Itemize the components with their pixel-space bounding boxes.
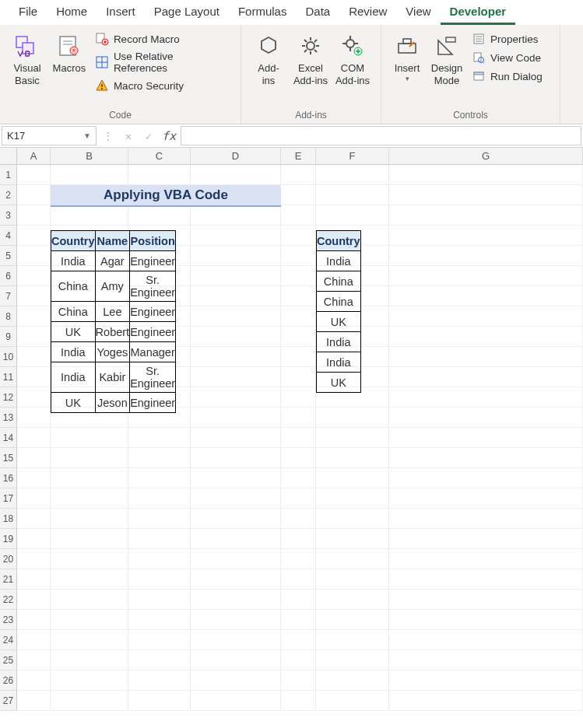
row-header-5[interactable]: 5 (0, 246, 17, 266)
cell[interactable] (191, 549, 281, 569)
table-cell[interactable]: India (317, 352, 361, 373)
cell[interactable] (17, 590, 51, 610)
cell[interactable] (51, 610, 128, 630)
cell[interactable] (191, 610, 281, 630)
table-header[interactable]: Name (95, 231, 130, 251)
cell[interactable] (281, 306, 316, 327)
cell[interactable] (51, 165, 128, 185)
cell[interactable] (281, 185, 316, 205)
table-cell[interactable]: Sr. Engineer (130, 271, 176, 302)
cell[interactable] (191, 670, 281, 691)
cell[interactable] (281, 367, 316, 387)
cell[interactable] (281, 408, 316, 428)
table-cell[interactable]: China (51, 271, 96, 302)
row-header-12[interactable]: 12 (0, 387, 17, 408)
tab-page-layout[interactable]: Page Layout (145, 0, 229, 25)
cell[interactable] (316, 408, 389, 428)
cell[interactable] (389, 529, 583, 549)
cell[interactable] (389, 347, 583, 367)
table-cell[interactable]: UK (317, 373, 361, 393)
cell[interactable] (316, 650, 389, 670)
cell[interactable] (191, 569, 281, 590)
cell[interactable] (191, 347, 281, 367)
row-header-19[interactable]: 19 (0, 529, 17, 549)
cell[interactable] (389, 428, 583, 448)
cell[interactable] (128, 509, 191, 529)
cell[interactable] (316, 549, 389, 569)
cell[interactable] (17, 327, 51, 347)
cell[interactable] (281, 468, 316, 488)
row-header-9[interactable]: 9 (0, 327, 17, 347)
cell[interactable] (128, 165, 191, 185)
cell[interactable] (281, 670, 316, 691)
cell[interactable] (128, 650, 191, 670)
cell[interactable] (17, 488, 51, 509)
cell[interactable] (389, 408, 583, 428)
row-header-3[interactable]: 3 (0, 205, 17, 226)
cell[interactable] (281, 347, 316, 367)
cell[interactable] (281, 286, 316, 306)
table-cell[interactable]: UK (317, 312, 361, 332)
cell[interactable] (17, 226, 51, 246)
cell[interactable] (191, 266, 281, 286)
cell[interactable] (128, 205, 191, 226)
row-header-13[interactable]: 13 (0, 408, 17, 428)
table-cell[interactable]: Manager (130, 342, 176, 362)
cell[interactable] (128, 428, 191, 448)
cell[interactable] (316, 185, 389, 205)
record-macro-button[interactable]: Record Macro (93, 31, 231, 47)
cell[interactable] (128, 488, 191, 509)
cell[interactable] (191, 488, 281, 509)
cell[interactable] (316, 630, 389, 650)
cell[interactable] (389, 327, 583, 347)
cell[interactable] (51, 488, 128, 509)
tab-home[interactable]: Home (47, 0, 97, 25)
select-all-corner[interactable] (0, 148, 17, 164)
cell[interactable] (316, 468, 389, 488)
properties-button[interactable]: Properties (470, 31, 544, 47)
cell[interactable] (281, 590, 316, 610)
cell[interactable] (389, 488, 583, 509)
row-header-14[interactable]: 14 (0, 428, 17, 448)
row-header-1[interactable]: 1 (0, 165, 17, 185)
row-header-25[interactable]: 25 (0, 650, 17, 670)
tab-insert[interactable]: Insert (97, 0, 145, 25)
cell[interactable] (389, 691, 583, 711)
row-header-17[interactable]: 17 (0, 488, 17, 509)
cell[interactable] (128, 569, 191, 590)
table-cell[interactable]: Yoges (95, 342, 130, 362)
column-header-A[interactable]: A (17, 148, 51, 164)
cell[interactable] (191, 590, 281, 610)
cell[interactable] (191, 165, 281, 185)
cancel-icon[interactable]: ✕ (118, 124, 139, 147)
cell[interactable] (128, 691, 191, 711)
row-header-4[interactable]: 4 (0, 226, 17, 246)
row-header-18[interactable]: 18 (0, 509, 17, 529)
cell[interactable] (389, 630, 583, 650)
table-header[interactable]: Country (317, 231, 361, 251)
cell[interactable] (316, 205, 389, 226)
cell[interactable] (316, 488, 389, 509)
cell[interactable] (389, 306, 583, 327)
cell[interactable] (281, 569, 316, 590)
cell[interactable] (389, 590, 583, 610)
cell[interactable] (389, 205, 583, 226)
row-header-21[interactable]: 21 (0, 569, 17, 590)
cell[interactable] (281, 266, 316, 286)
cell[interactable] (17, 387, 51, 408)
cell[interactable] (17, 367, 51, 387)
cell[interactable] (281, 509, 316, 529)
cell[interactable] (281, 246, 316, 266)
table-cell[interactable]: Lee (95, 302, 130, 322)
macros-button[interactable]: Macros (48, 30, 90, 78)
cell[interactable] (281, 226, 316, 246)
table-cell[interactable]: Robert (95, 322, 130, 342)
chevron-down-icon[interactable]: ▼ (83, 131, 91, 140)
cell[interactable] (51, 509, 128, 529)
cell[interactable] (17, 549, 51, 569)
cell[interactable] (191, 691, 281, 711)
table-cell[interactable]: Sr. Engineer (130, 362, 176, 393)
cell[interactable] (191, 226, 281, 246)
excel-addins-button[interactable]: Excel Add-ins (290, 30, 332, 89)
cell[interactable] (191, 630, 281, 650)
